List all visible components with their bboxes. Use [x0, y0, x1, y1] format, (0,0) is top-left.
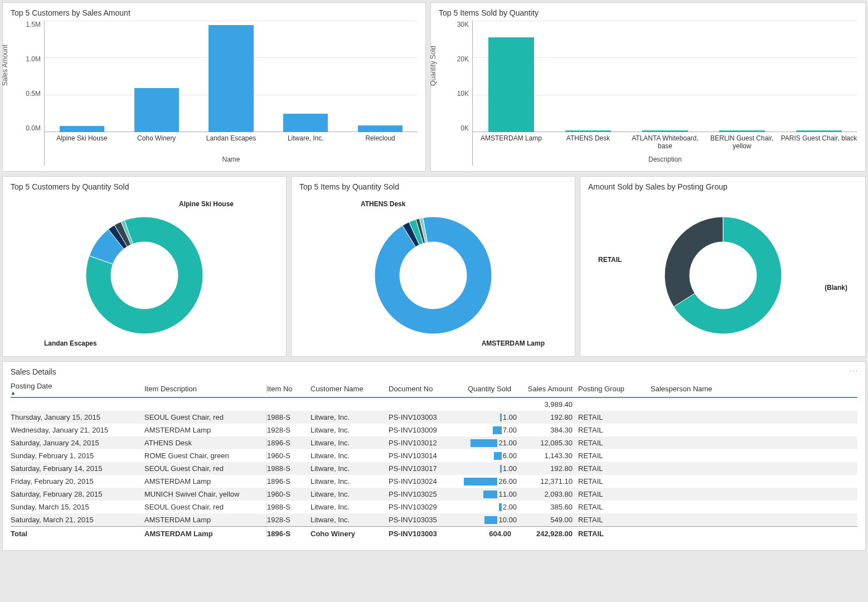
column-header[interactable]: Posting Date ▲ [11, 382, 144, 396]
bar[interactable] [60, 126, 104, 132]
cell-customer: Litware, Inc. [311, 490, 389, 498]
cell-item-no: 1988-S [267, 464, 311, 473]
cell-posting-group: RETAIL [578, 426, 651, 434]
more-options-icon[interactable]: ··· [849, 366, 859, 375]
table-row[interactable]: Saturday, January 24, 2015 ATHENS Desk 1… [11, 436, 857, 449]
cell-sales-amount: 549.00 [517, 516, 578, 524]
cell-item-no: 1896-S [267, 439, 311, 447]
cell-sales-amount: 12,371.10 [517, 477, 578, 486]
y-tick: 0.0M [26, 124, 41, 132]
column-header[interactable]: Posting Group [578, 385, 651, 393]
cell-posting-date: Sunday, February 1, 2015 [11, 452, 144, 460]
bar-category-label: Relecloud [343, 132, 418, 142]
bar-category-label: ATHENS Desk [550, 132, 627, 142]
chart-title: Top 5 Items Sold by Quantity [439, 8, 857, 17]
cell-document-no: PS-INV103012 [389, 439, 461, 447]
cell-qty: 2.00 [461, 503, 517, 511]
table-summary-row: 3,989.40 [11, 398, 857, 411]
cell-item-no: 1988-S [267, 503, 311, 511]
cell-posting-date: Wednesday, January 21, 2015 [11, 426, 144, 434]
cell-customer: Litware, Inc. [311, 426, 389, 434]
y-tick: 1.5M [26, 21, 41, 28]
bar[interactable] [358, 125, 403, 132]
cell-item-desc: SEOUL Guest Chair, red [144, 413, 267, 421]
table-row[interactable]: Sunday, February 1, 2015 ROME Guest Chai… [11, 449, 857, 462]
bar[interactable] [134, 88, 179, 132]
cell-customer: Litware, Inc. [311, 503, 389, 511]
cell-posting-group: RETAIL [578, 477, 651, 486]
cell-qty: 6.00 [461, 452, 517, 460]
table-row[interactable]: Sunday, March 15, 2015 SEOUL Guest Chair… [11, 501, 857, 513]
cell-sales-amount: 192.80 [517, 413, 578, 421]
table-row[interactable]: Saturday, February 28, 2015 MUNICH Swive… [11, 488, 857, 501]
cell-posting-date: Saturday, January 24, 2015 [11, 439, 144, 447]
table-row[interactable]: Thursday, January 15, 2015 SEOUL Guest C… [11, 411, 857, 424]
chart-customers-by-sales[interactable]: Top 5 Customers by Sales Amount Sales Am… [2, 2, 426, 172]
chart-items-by-qty-donut[interactable]: Top 5 Items by Quantity Sold ATHENS Desk… [291, 176, 575, 357]
chart-title: Top 5 Customers by Quantity Sold [11, 182, 278, 191]
bar-column[interactable]: BERLIN Guest Chair, yellow [704, 21, 780, 132]
qty-bar [500, 465, 501, 473]
cell-posting-group: RETAIL [578, 413, 651, 421]
chart-customers-by-qty-donut[interactable]: Top 5 Customers by Quantity Sold Alpine … [2, 176, 287, 357]
cell-qty: 11.00 [461, 490, 517, 498]
donut-slice[interactable] [665, 217, 723, 307]
summary-sales-amount: 3,989.40 [517, 400, 578, 409]
column-header[interactable]: Item Description [144, 385, 267, 393]
y-axis-label: Quantity Sold [429, 46, 437, 86]
donut-callout: AMSTERDAM Lamp [482, 339, 545, 347]
bar-column[interactable]: PARIS Guest Chair, black [780, 21, 857, 132]
bar-column[interactable]: Coho Winery [119, 21, 194, 132]
cell-document-no: PS-INV103025 [389, 490, 461, 498]
sales-details-table[interactable]: ··· Sales Details Posting Date ▲ Item De… [2, 361, 866, 551]
bar[interactable] [208, 25, 253, 132]
table-row[interactable]: Saturday, February 14, 2015 SEOUL Guest … [11, 462, 857, 475]
bar-column[interactable]: Landan Escapes [194, 21, 269, 132]
qty-bar [499, 503, 502, 511]
table-header-row: Posting Date ▲ Item Description Item No … [11, 382, 857, 398]
cell-customer: Litware, Inc. [311, 516, 389, 524]
y-tick: 0.5M [26, 90, 41, 98]
cell-item-no: 1960-S [267, 490, 311, 498]
column-header[interactable]: Quantity Sold [461, 385, 517, 393]
cell-item-desc: SEOUL Guest Chair, red [144, 503, 267, 511]
donut-slice[interactable] [375, 217, 492, 334]
qty-bar [494, 452, 502, 460]
cell-posting-group: RETAIL [578, 439, 651, 447]
bar-column[interactable]: Litware, Inc. [268, 21, 343, 132]
cell-posting-group: RETAIL [578, 516, 651, 524]
cell-item-desc: AMSTERDAM Lamp [144, 477, 267, 486]
bar[interactable] [283, 114, 328, 132]
chart-posting-group-donut[interactable]: Amount Sold by Sales by Posting Group RE… [580, 176, 866, 357]
column-header[interactable]: Sales Amount [517, 385, 578, 393]
cell-posting-group: RETAIL [578, 490, 651, 498]
x-axis-label: Name [222, 156, 240, 163]
y-axis-label: Sales Amount [1, 45, 9, 86]
bar-column[interactable]: ATLANTA Whiteboard, base [627, 21, 704, 132]
chart-items-by-quantity[interactable]: Top 5 Items Sold by Quantity Quantity So… [430, 2, 866, 172]
qty-bar [471, 439, 497, 447]
bar[interactable] [488, 37, 535, 132]
column-header[interactable]: Document No [389, 385, 461, 393]
cell-qty: 26.00 [461, 477, 517, 486]
bar-category-label: Litware, Inc. [268, 132, 343, 142]
bar-category-label: PARIS Guest Chair, black [780, 132, 857, 142]
column-header[interactable]: Customer Name [311, 385, 389, 393]
table-row[interactable]: Friday, February 20, 2015 AMSTERDAM Lamp… [11, 475, 857, 488]
qty-bar [500, 414, 501, 421]
column-header[interactable]: Item No [267, 385, 311, 393]
table-title: Sales Details [11, 367, 857, 376]
table-row[interactable]: Saturday, March 21, 2015 AMSTERDAM Lamp … [11, 513, 857, 526]
bar-column[interactable]: Alpine Ski House [45, 21, 119, 132]
cell-posting-date: Thursday, January 15, 2015 [11, 413, 144, 421]
bar-column[interactable]: Relecloud [343, 21, 418, 132]
column-header[interactable]: Salesperson Name [651, 385, 740, 393]
cell-item-desc: ROME Guest Chair, green [144, 452, 267, 460]
table-row[interactable]: Wednesday, January 21, 2015 AMSTERDAM La… [11, 424, 857, 436]
bar-column[interactable]: ATHENS Desk [550, 21, 627, 132]
bar-column[interactable]: AMSTERDAM Lamp [473, 21, 550, 132]
cell-posting-group: RETAIL [578, 464, 651, 473]
cell-posting-date: Saturday, February 14, 2015 [11, 464, 144, 473]
bar-category-label: Landan Escapes [194, 132, 269, 142]
cell-item-no: 1960-S [267, 452, 311, 460]
